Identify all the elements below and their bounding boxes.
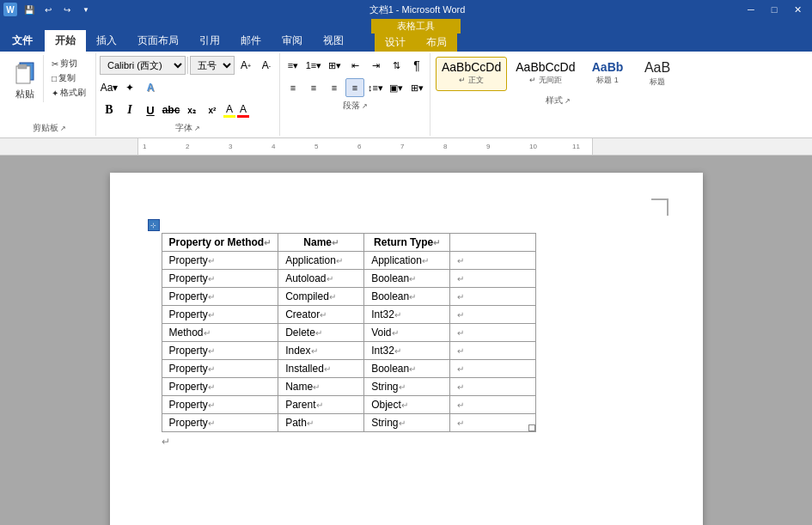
superscript-button[interactable]: x² (203, 101, 222, 119)
style-heading1[interactable]: AaBb 标题 1 (584, 57, 632, 91)
highlight-color-button[interactable]: A (223, 103, 235, 118)
paste-button[interactable]: 粘贴 (7, 55, 44, 102)
align-center-button[interactable]: ≡ (304, 78, 323, 97)
underline-button[interactable]: U (141, 101, 160, 119)
after-table-para: ↵ (162, 436, 537, 448)
undo-quick-btn[interactable]: ↩ (40, 3, 57, 16)
ribbon-panel: 粘贴 ✂ 剪切 □ 复制 ✦ 格式刷 (0, 52, 812, 138)
strikethrough-button[interactable]: abc (162, 101, 180, 119)
para-expand-icon[interactable]: ↗ (362, 102, 368, 110)
clipboard-sub-buttons: ✂ 剪切 □ 复制 ✦ 格式刷 (46, 55, 92, 101)
table-resize-handle[interactable] (528, 424, 535, 431)
borders-button[interactable]: ⊞▾ (407, 78, 426, 97)
line-spacing-button[interactable]: ↕≡▾ (366, 78, 385, 97)
style-normal[interactable]: AaBbCcDd ↵ 正文 (436, 57, 507, 91)
format-painter-icon: ✦ (52, 89, 58, 98)
col-header-2: Name↵ (278, 234, 364, 252)
document-page[interactable]: ⊹ Property or Method↵ Name↵ Return Type↵ (110, 173, 703, 525)
style-no-spacing[interactable]: AaBbCcDd ↵ 无间距 (510, 57, 581, 91)
tab-view[interactable]: 视图 (313, 30, 354, 52)
font-size-select[interactable]: 五号 (190, 56, 235, 75)
increase-indent-button[interactable]: ⇥ (366, 56, 385, 75)
table-row: Property↵ Autoload↵ Boolean↵ ↵ (162, 270, 536, 288)
show-marks-button[interactable]: ¶ (407, 56, 426, 75)
align-left-button[interactable]: ≡ (284, 78, 302, 97)
svg-rect-2 (18, 64, 27, 69)
tab-design[interactable]: 设计 (375, 34, 416, 52)
bold-button[interactable]: B (100, 101, 119, 119)
style-title[interactable]: AaB 标题 (634, 57, 681, 91)
tab-mailings[interactable]: 邮件 (230, 30, 272, 52)
bullets-button[interactable]: ≡▾ (284, 56, 302, 75)
redo-quick-btn[interactable]: ↪ (58, 3, 76, 16)
table-row: Property↵ Index↵ Int32↵ ↵ (162, 342, 536, 360)
ruler: 1 2 3 4 5 6 7 8 9 10 11 (0, 138, 812, 156)
style-nospace-preview: AaBbCcDd (516, 60, 575, 74)
title-bar-left: W 💾 ↩ ↪ ▼ (3, 3, 95, 16)
justify-button[interactable]: ≡ (345, 78, 364, 97)
tab-table-layout[interactable]: 布局 (416, 34, 457, 52)
sort-button[interactable]: ⇅ (387, 56, 406, 75)
italic-button[interactable]: I (120, 101, 139, 119)
style-title-preview: AaB (644, 60, 670, 76)
minimize-btn[interactable]: ─ (740, 0, 762, 19)
clipboard-group: 粘贴 ✂ 剪切 □ 复制 ✦ 格式刷 (3, 53, 96, 136)
subscript-button[interactable]: x₂ (182, 101, 201, 119)
tab-references[interactable]: 引用 (189, 30, 230, 52)
tab-home[interactable]: 开始 (45, 30, 86, 52)
table-row: Property↵ Parent↵ Object↵ ↵ (162, 396, 536, 414)
cut-button[interactable]: ✂ 剪切 (49, 57, 89, 70)
font-group-label: 字体 ↗ (100, 122, 276, 134)
table-row: Property↵ Application↵ Application↵ ↵ (162, 252, 536, 270)
app-icon: W (3, 3, 17, 16)
scissors-icon: ✂ (52, 59, 58, 69)
text-effect-button[interactable]: A (141, 78, 160, 97)
style-nospace-label: ↵ 无间距 (529, 75, 562, 86)
para-row2: ≡ ≡ ≡ ≡ ↕≡▾ ▣▾ ⊞▾ (284, 78, 426, 97)
tab-review[interactable]: 审阅 (272, 30, 313, 52)
decrease-indent-button[interactable]: ⇤ (345, 56, 364, 75)
paragraph-group: ≡▾ 1≡▾ ⊞▾ ⇤ ⇥ ⇅ ¶ ≡ ≡ ≡ ≡ ↕≡▾ ▣▾ ⊞▾ (280, 53, 430, 136)
shrink-font-button[interactable]: A- (257, 56, 276, 75)
maximize-btn[interactable]: □ (763, 0, 785, 19)
multilevel-button[interactable]: ⊞▾ (325, 56, 344, 75)
shading-button[interactable]: ▣▾ (387, 78, 406, 97)
clipboard-expand-icon[interactable]: ↗ (60, 125, 66, 132)
font-color-button[interactable]: A (237, 103, 249, 118)
style-gallery: AaBbCcDd ↵ 正文 AaBbCcDd ↵ 无间距 AaBb 标题 1 A… (434, 55, 683, 93)
styles-expand-icon[interactable]: ↗ (565, 97, 571, 105)
format-painter-button[interactable]: ✦ 格式刷 (49, 86, 89, 100)
table-move-handle[interactable]: ⊹ (148, 219, 160, 231)
clear-format-button[interactable]: ✦ (120, 78, 139, 97)
save-quick-btn[interactable]: 💾 (21, 3, 38, 16)
table-row: Property↵ Installed↵ Boolean↵ ↵ (162, 360, 536, 378)
paste-label: 粘贴 (15, 88, 34, 101)
col-header-3: Return Type↵ (364, 234, 450, 252)
tab-insert[interactable]: 插入 (86, 30, 127, 52)
tab-layout[interactable]: 页面布局 (127, 30, 189, 52)
table-row: Method↵ Delete↵ Void↵ ↵ (162, 324, 536, 342)
table-row: Property↵ Name↵ String↵ ↵ (162, 378, 536, 396)
align-right-button[interactable]: ≡ (325, 78, 344, 97)
font-row3: B I U abc x₂ x² A A (100, 101, 276, 119)
col-header-extra (450, 234, 536, 252)
copy-button[interactable]: □ 复制 (49, 71, 89, 85)
table-wrapper: ⊹ Property or Method↵ Name↵ Return Type↵ (162, 233, 537, 448)
clipboard-group-label: 剪贴板 ↗ (7, 122, 92, 134)
change-case-button[interactable]: Aa▾ (100, 78, 119, 97)
contextual-tab-group: 表格工具 设计 布局 (371, 19, 461, 52)
table-row: Property↵ Compiled↵ Boolean↵ ↵ (162, 288, 536, 306)
close-btn[interactable]: ✕ (786, 0, 809, 19)
paragraph-controls: ≡▾ 1≡▾ ⊞▾ ⇤ ⇥ ⇅ ¶ ≡ ≡ ≡ ≡ ↕≡▾ ▣▾ ⊞▾ (284, 55, 426, 98)
window-controls: ─ □ ✕ (740, 0, 809, 19)
tab-file[interactable]: 文件 (0, 30, 45, 52)
customize-quick-btn[interactable]: ▼ (77, 3, 95, 16)
style-normal-label: ↵ 正文 (459, 75, 484, 86)
quick-access-toolbar: 💾 ↩ ↪ ▼ (21, 3, 95, 16)
font-expand-icon[interactable]: ↗ (194, 125, 200, 132)
font-family-select[interactable]: Calibri (西文) (100, 56, 186, 75)
grow-font-button[interactable]: A+ (236, 56, 255, 75)
numbering-button[interactable]: 1≡▾ (304, 56, 323, 75)
paste-icon (13, 59, 37, 85)
document-table: Property or Method↵ Name↵ Return Type↵ (162, 233, 537, 432)
